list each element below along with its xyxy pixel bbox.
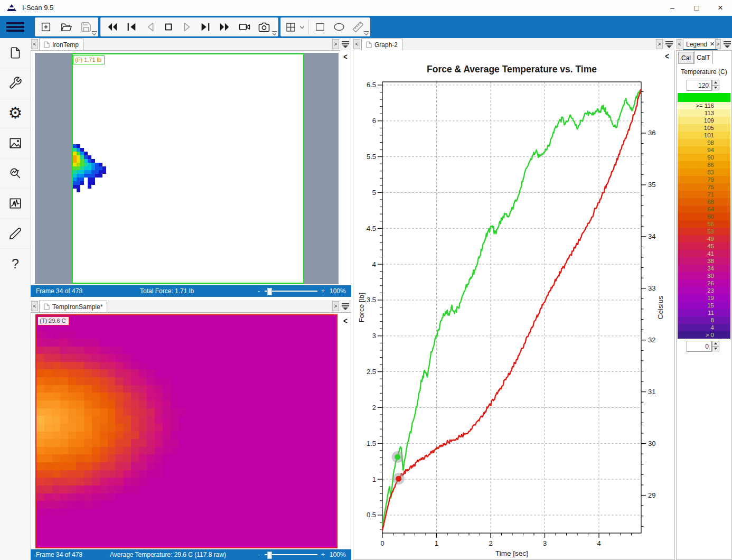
tab-irontemp[interactable]: IronTemp	[39, 39, 83, 50]
sidebar-item-tools[interactable]	[0, 68, 31, 98]
tab-label: IronTemp	[52, 41, 79, 49]
maximize-button[interactable]: □	[685, 0, 708, 16]
main-toolbar	[0, 16, 732, 38]
subtab-cal[interactable]: Cal	[678, 52, 694, 64]
new-window-button[interactable]	[37, 18, 55, 35]
arrow-down-icon	[714, 87, 717, 89]
sidebar-item-document[interactable]	[0, 38, 31, 68]
playback-group-overflow[interactable]	[272, 31, 277, 36]
previous-frame-button[interactable]	[142, 18, 159, 35]
tab-scroll-right[interactable]: >	[715, 39, 721, 49]
force-view[interactable]: (F) 1.71 lb <	[31, 50, 351, 285]
graph-view[interactable]: 0.511.522.533.544.555.566.50123429303132…	[353, 50, 675, 560]
first-frame-icon	[126, 21, 137, 33]
sidebar-item-analysis[interactable]	[0, 158, 31, 189]
snapshot-button[interactable]	[255, 18, 273, 35]
legend-scale-row: 4	[678, 324, 730, 331]
stop-button[interactable]	[159, 18, 177, 35]
rectangle-tool-button[interactable]	[311, 18, 329, 35]
tab-scroll-left[interactable]: <	[31, 301, 38, 311]
legend-min-input[interactable]: 0	[687, 341, 712, 352]
zoom-slider[interactable]	[265, 551, 317, 558]
close-tab-icon[interactable]: ✕	[710, 41, 715, 48]
tab-scroll-left[interactable]: <	[31, 39, 38, 49]
minimize-button[interactable]: –	[661, 0, 684, 16]
last-frame-icon	[200, 21, 211, 33]
main-menu-button[interactable]	[0, 16, 31, 38]
rewind-icon	[107, 21, 118, 33]
sidebar-item-graph[interactable]	[0, 189, 31, 219]
collapse-panel-button[interactable]: <	[340, 314, 351, 328]
last-frame-button[interactable]	[196, 18, 214, 35]
ellipse-tool-button[interactable]	[330, 18, 348, 35]
sidebar-item-image[interactable]	[0, 128, 31, 158]
zoom-in-button[interactable]: +	[321, 287, 325, 295]
legend-min-spinner[interactable]	[712, 341, 719, 351]
tab-tempironsample[interactable]: TempIronSample*	[39, 301, 107, 312]
legend-scale-row: 113	[678, 109, 730, 117]
spin-down-button[interactable]	[712, 85, 719, 91]
spin-down-button[interactable]	[712, 346, 719, 352]
layout-grid-dropdown[interactable]	[298, 18, 306, 35]
arrow-up-icon	[714, 81, 717, 83]
thermal-image	[36, 315, 336, 547]
ruler-tool-icon	[352, 21, 364, 33]
tick-label-left: 4	[372, 260, 376, 268]
legend-max-input[interactable]: 120	[687, 80, 712, 91]
temp-sensor-area[interactable]: (T) 29.6 C	[35, 314, 337, 548]
tab-scroll-left[interactable]: <	[353, 39, 360, 49]
chevron-down-icon	[300, 24, 304, 28]
legend-scale-row: 86	[678, 161, 730, 169]
tick-label-bottom: 4	[597, 539, 600, 547]
previous-frame-icon	[145, 21, 156, 33]
zoom-in-button[interactable]: +	[321, 551, 325, 558]
play-button[interactable]	[178, 18, 196, 35]
legend-scale-row: 26	[678, 279, 730, 287]
legend-scale-row: 41	[678, 250, 730, 257]
tab-graph2[interactable]: Graph-2	[361, 39, 402, 50]
tab-scroll-right[interactable]: >	[332, 39, 339, 49]
zoom-out-button[interactable]: -	[258, 287, 260, 295]
first-frame-button[interactable]	[123, 18, 140, 35]
record-movie-button[interactable]	[236, 18, 254, 35]
legend-max-spinner[interactable]	[712, 80, 719, 90]
tab-legend[interactable]: Legend ✕	[683, 39, 718, 51]
force-sensor-area[interactable]: (F) 1.71 lb	[72, 53, 304, 284]
legend-scale-row: >= 116	[678, 102, 730, 109]
temp-statusbar: Frame 34 of 478 Average Temperature: 29.…	[31, 549, 351, 560]
tab-list-menu[interactable]	[724, 41, 731, 48]
legend-scale-row: 45	[678, 242, 730, 250]
document-tab-icon	[366, 41, 372, 48]
fast-forward-button[interactable]	[215, 18, 233, 35]
sidebar-item-annotate[interactable]	[0, 219, 31, 249]
tab-list-menu[interactable]	[665, 41, 673, 48]
collapse-panel-button[interactable]: <	[340, 50, 351, 64]
gear-icon: ⚙	[8, 106, 23, 120]
zoom-out-button[interactable]: -	[258, 551, 260, 558]
tick-label-left: 5	[372, 189, 376, 197]
file-group-overflow[interactable]	[92, 31, 97, 36]
layout-grid-button[interactable]	[283, 18, 298, 35]
temp-view[interactable]: (T) 29.6 C <	[31, 312, 351, 549]
frame-counter: Frame 34 of 478	[36, 551, 82, 558]
tools-group-overflow[interactable]	[364, 31, 369, 36]
arrow-up-icon	[714, 342, 717, 344]
close-button[interactable]: ×	[709, 0, 732, 16]
tick-label-bottom: 2	[489, 539, 492, 547]
legend-scale-row: 98	[678, 139, 730, 146]
tab-scroll-right[interactable]: >	[332, 301, 339, 311]
tab-scroll-left[interactable]: <	[677, 39, 682, 49]
tab-list-menu[interactable]	[342, 303, 349, 310]
open-file-button[interactable]	[57, 18, 75, 35]
sidebar-item-help[interactable]: ?	[0, 249, 31, 278]
zoom-slider[interactable]	[265, 287, 317, 295]
legend-scale-row: 23	[678, 287, 730, 294]
legend-panel: Cal CalT Temperature (C) 120 >= 11611310…	[676, 50, 732, 560]
tab-list-menu[interactable]	[342, 41, 349, 48]
tab-scroll-right[interactable]: >	[656, 39, 663, 49]
collapse-panel-button[interactable]: <	[662, 50, 672, 63]
rewind-button[interactable]	[104, 18, 121, 35]
subtab-calt[interactable]: CalT	[694, 51, 713, 64]
tick-label-bottom: 3	[543, 539, 547, 547]
sidebar-item-settings[interactable]: ⚙	[0, 98, 31, 128]
